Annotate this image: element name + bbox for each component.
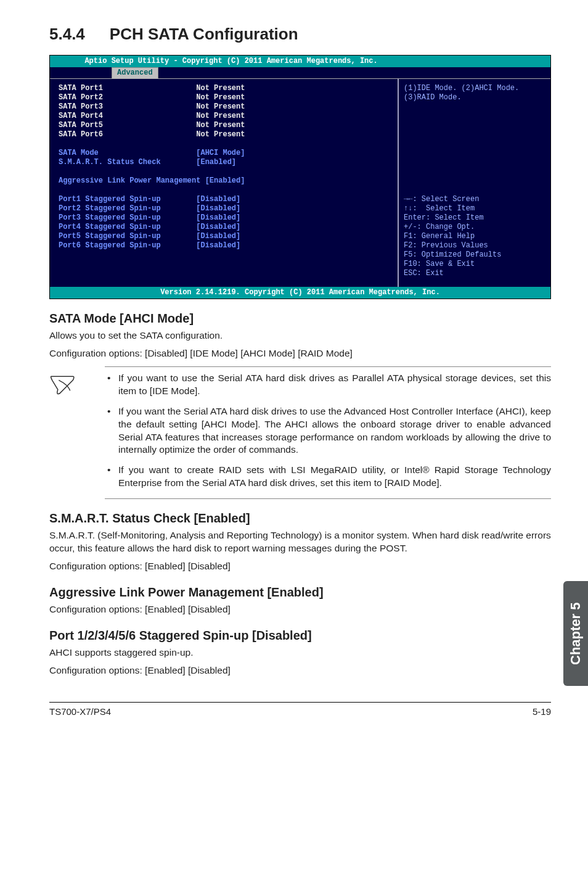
para-aggr-1: Configuration options: [Enabled] [Disabl… — [49, 603, 551, 616]
para-sata-mode-2: Configuration options: [Disabled] [IDE M… — [49, 347, 551, 360]
heading-smart: S.M.A.R.T. Status Check [Enabled] — [49, 511, 551, 526]
bios-tab-advanced: Advanced — [112, 67, 158, 78]
heading-aggr: Aggressive Link Power Management [Enable… — [49, 585, 551, 600]
section-title-text: PCH SATA Configuration — [110, 25, 298, 43]
bios-tab-row: Advanced — [50, 67, 550, 78]
note-bullet-2: If you want the Serial ATA hard disk dri… — [105, 405, 551, 457]
note-box: If you want to use the Serial ATA hard d… — [49, 366, 551, 499]
bios-title-bar: Aptio Setup Utility - Copyright (C) 2011… — [50, 56, 550, 67]
bios-screenshot: Aptio Setup Utility - Copyright (C) 2011… — [49, 55, 551, 299]
note-bullet-1: If you want to use the Serial ATA hard d… — [105, 372, 551, 398]
bios-right-pane: (1)IDE Mode. (2)AHCI Mode. (3)RAID Mode.… — [398, 79, 550, 287]
note-bullet-3: If you want to create RAID sets with LSI… — [105, 464, 551, 490]
heading-ports: Port 1/2/3/4/5/6 Staggered Spin-up [Disa… — [49, 629, 551, 643]
para-smart-2: Configuration options: [Enabled] [Disabl… — [49, 560, 551, 573]
para-ports-1: AHCI supports staggered spin-up. — [49, 646, 551, 659]
footer-right: 5-19 — [533, 706, 551, 717]
section-number: 5.4.4 — [49, 25, 85, 43]
section-heading: 5.4.4PCH SATA Configuration — [49, 25, 551, 44]
bios-footer-bar: Version 2.14.1219. Copyright (C) 2011 Am… — [50, 287, 550, 299]
para-sata-mode-1: Allows you to set the SATA configuration… — [49, 329, 551, 342]
para-ports-2: Configuration options: [Enabled] [Disabl… — [49, 664, 551, 677]
page-footer: TS700-X7/PS4 5-19 — [49, 702, 551, 717]
chapter-tab: Chapter 5 — [563, 581, 588, 686]
note-icon — [49, 372, 105, 398]
heading-sata-mode: SATA Mode [AHCI Mode] — [49, 311, 551, 326]
para-smart-1: S.M.A.R.T. (Self-Monitoring, Analysis an… — [49, 529, 551, 555]
bios-left-pane: SATA Port1 Not Present SATA Port2 Not Pr… — [50, 79, 398, 287]
footer-left: TS700-X7/PS4 — [49, 706, 111, 717]
